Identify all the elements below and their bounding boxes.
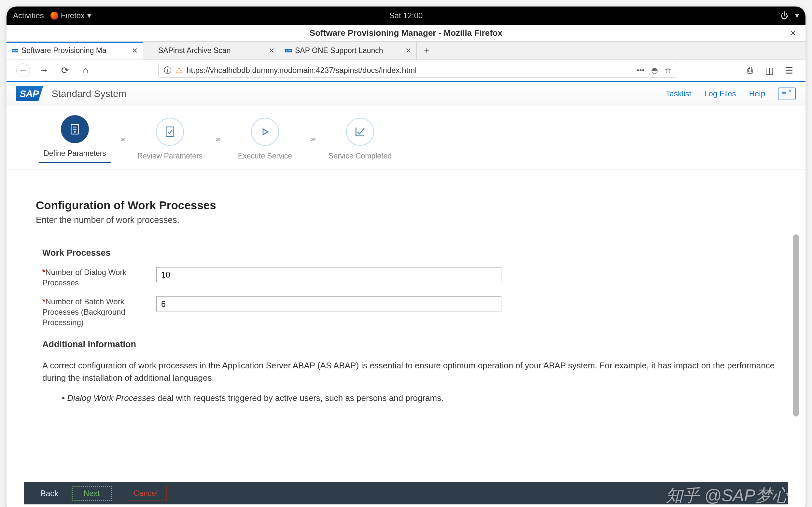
tab-close-icon[interactable]: ✕ [405, 47, 411, 55]
bookmark-star-icon[interactable]: ☆ [664, 66, 672, 75]
window-title: Software Provisioning Manager - Mozilla … [310, 28, 502, 38]
sap-favicon [12, 48, 18, 54]
svg-rect-5 [166, 127, 173, 137]
activities-button[interactable]: Activities [13, 11, 44, 20]
additional-info-text: A correct configuration of work processe… [42, 359, 776, 384]
watermark: 知乎 @SAP梦心 [662, 484, 789, 507]
firefox-icon [50, 12, 58, 19]
tab-label: SAPinst Archive Scan [158, 46, 265, 55]
sap-favicon [285, 48, 292, 54]
tasklist-link[interactable]: Tasklist [666, 89, 692, 98]
step-label: Review Parameters [138, 152, 203, 160]
tab-close-icon[interactable]: ✕ [269, 47, 274, 55]
dialog-wp-input[interactable] [156, 267, 501, 282]
field-label: *Number of Dialog Work Processes [42, 267, 156, 288]
app-menu[interactable]: Firefox ▾ [50, 11, 91, 20]
back-button[interactable]: ← [16, 63, 30, 77]
clock[interactable]: Sat 12:00 [389, 11, 423, 20]
logfiles-link[interactable]: Log Files [704, 89, 736, 98]
section-heading: Work Processes [42, 248, 776, 258]
cancel-button[interactable]: Cancel [125, 486, 167, 501]
page-title: Configuration of Work Processes [36, 199, 776, 212]
play-icon [251, 118, 279, 146]
sidebar-icon[interactable]: ◫ [762, 63, 776, 77]
app-name: Firefox [61, 11, 85, 20]
step-service-completed[interactable]: Service Completed [324, 118, 396, 160]
lock-warning-icon[interactable]: ⚠ [175, 66, 183, 75]
step-label: Execute Service [238, 152, 292, 160]
checklist-icon [156, 118, 184, 146]
document-plus-icon [61, 115, 89, 143]
url-bar[interactable]: ⓘ ⚠ https://vhcalhdbdb.dummy.nodomain:42… [158, 63, 677, 78]
chevron-down-icon: ▾ [87, 11, 91, 20]
field-label: *Number of Batch Work Processes (Backgro… [42, 296, 156, 328]
library-icon[interactable]: ⎙ [743, 63, 757, 77]
step-label: Service Completed [328, 152, 392, 160]
tab-label: SAP ONE Support Launch [295, 46, 402, 55]
more-icon[interactable]: ••• [637, 66, 645, 75]
tab-close-icon[interactable]: ✕ [132, 47, 138, 55]
chevron-down-icon: ˅ [788, 89, 792, 98]
url-text: https://vhcalhdbdb.dummy.nodomain:4237/s… [186, 66, 417, 75]
toolbar: ← → ⟳ ⌂ ⓘ ⚠ https://vhcalhdbdb.dummy.nod… [6, 60, 806, 82]
sap-shell-header: SAP Standard System Tasklist Log Files H… [6, 82, 806, 105]
batch-wp-input[interactable] [156, 296, 501, 312]
browser-tab-2[interactable]: SAP ONE Support Launch ✕ [280, 42, 417, 60]
step-label: Define Parameters [44, 149, 106, 158]
hamburger-menu-icon[interactable]: ☰ [782, 63, 796, 77]
reload-button[interactable]: ⟳ [58, 63, 72, 77]
main-content: Configuration of Work Processes Enter th… [6, 170, 806, 436]
svg-marker-6 [263, 129, 268, 135]
home-button[interactable]: ⌂ [79, 63, 93, 77]
back-button[interactable]: Back [40, 489, 59, 498]
page-subtitle: Enter the number of work processes. [36, 215, 776, 225]
window-close-button[interactable]: × [791, 28, 796, 39]
step-review-parameters[interactable]: Review Parameters [134, 118, 206, 160]
gnome-top-bar: Activities Firefox ▾ Sat 12:00 ⏻ ▾ [6, 6, 806, 25]
additional-info-list-item: • Dialog Work Processes deal with reques… [62, 393, 776, 403]
menu-icon: ≡ [782, 89, 786, 98]
check-box-icon [346, 118, 374, 146]
step-execute-service[interactable]: Execute Service [229, 118, 301, 160]
header-menu-button[interactable]: ≡ ˅ [778, 88, 796, 100]
sap-logo: SAP [16, 86, 43, 101]
pocket-icon[interactable]: ◓ [651, 66, 658, 75]
step-separator-icon: ››› [120, 134, 124, 144]
browser-tab-0[interactable]: Software Provisioning Ma ✕ [6, 42, 143, 60]
field-batch-wp: *Number of Batch Work Processes (Backgro… [42, 296, 776, 328]
chevron-down-icon[interactable]: ▾ [795, 11, 799, 20]
next-button[interactable]: Next [72, 486, 112, 501]
browser-tab-1[interactable]: SAPinst Archive Scan ✕ [143, 42, 280, 60]
field-dialog-wp: *Number of Dialog Work Processes [42, 267, 776, 288]
wizard-progress: Define Parameters ››› Review Parameters … [6, 105, 806, 170]
new-tab-button[interactable]: + [417, 42, 437, 60]
step-define-parameters[interactable]: Define Parameters [39, 115, 111, 163]
tab-label: Software Provisioning Ma [21, 46, 128, 55]
step-separator-icon: ››› [311, 134, 315, 144]
tab-strip: Software Provisioning Ma ✕ SAPinst Archi… [6, 42, 806, 60]
scrollbar-thumb[interactable] [793, 234, 799, 416]
blank-favicon [149, 48, 155, 54]
window-titlebar: Software Provisioning Manager - Mozilla … [6, 25, 806, 42]
power-icon[interactable]: ⏻ [781, 11, 789, 20]
step-separator-icon: ››› [216, 134, 219, 144]
additional-info-heading: Additional Information [42, 339, 776, 349]
window-frame: Activities Firefox ▾ Sat 12:00 ⏻ ▾ Softw… [6, 6, 806, 507]
system-name: Standard System [52, 88, 127, 99]
info-icon[interactable]: ⓘ [164, 65, 172, 75]
forward-button[interactable]: → [37, 63, 51, 77]
help-link[interactable]: Help [749, 89, 765, 98]
